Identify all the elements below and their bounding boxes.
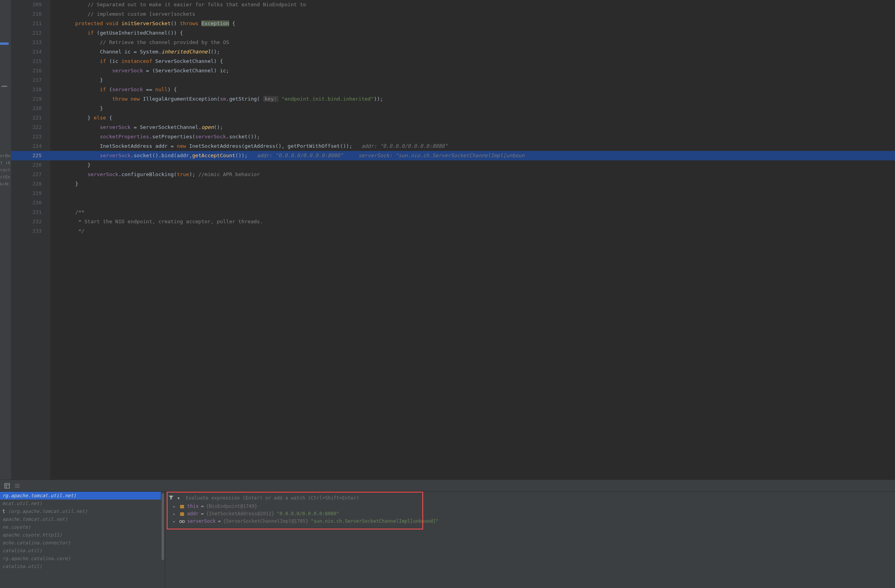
line-number[interactable]: 213 [11, 38, 42, 47]
equals-sign: = [201, 510, 204, 518]
line-number[interactable]: 224 [11, 141, 42, 151]
line-number[interactable]: 233 [11, 226, 42, 236]
code-line[interactable]: if (ic instanceof ServerSocketChannel) { [63, 57, 895, 66]
list-icon[interactable] [14, 483, 20, 489]
code-line[interactable]: /** [63, 208, 895, 217]
structure-label: † ↑AP [0, 160, 10, 167]
frame-row[interactable]: t (org.apache.tomcat.util.net) [0, 507, 165, 515]
frames-pane[interactable]: rg.apache.tomcat.util.net)mcat.util.net)… [0, 492, 165, 588]
line-number[interactable]: 221 [11, 113, 42, 123]
code-pane[interactable]: 2092102112122132142152162172182192202212… [11, 0, 895, 480]
line-number[interactable]: 230 [11, 198, 42, 208]
code-line[interactable]: } [63, 104, 895, 113]
code-line[interactable]: if (getUseInheritedChannel()) { [63, 28, 895, 38]
object-icon [179, 504, 185, 509]
svg-point-13 [182, 520, 185, 523]
variable-name: this [187, 503, 199, 510]
line-number[interactable]: 229 [11, 189, 42, 198]
line-number[interactable]: 220 [11, 104, 42, 113]
expand-arrow-icon[interactable]: ▸ [173, 503, 177, 510]
variable-value: "sun.nio.ch.ServerSocketChannelImpl[unbo… [311, 518, 438, 525]
code-line[interactable]: } [63, 179, 895, 189]
variable-type: {InetSocketAddress@2012} [206, 510, 274, 518]
line-number[interactable]: 222 [11, 123, 42, 132]
evaluate-expression-input[interactable]: Evaluate expression (Enter) or add a wat… [183, 495, 359, 501]
expand-arrow-icon[interactable]: ▸ [173, 518, 177, 525]
line-number[interactable]: 231 [11, 208, 42, 217]
line-number[interactable]: 209 [11, 0, 42, 9]
code-line[interactable] [63, 189, 895, 198]
code-line[interactable]: } else { [63, 113, 895, 123]
frame-row[interactable]: ache.catalina.connector) [0, 539, 165, 547]
line-number[interactable]: 210 [11, 9, 42, 19]
code-line[interactable]: Channel ic = System.inheritedChannel(); [63, 47, 895, 57]
code-line[interactable]: } [63, 160, 895, 170]
code-lines[interactable]: // Separated out to make it easier for f… [50, 0, 895, 480]
frame-row[interactable]: apache.tomcat.util.net) [0, 515, 165, 523]
frame-row[interactable]: mcat.util.net) [0, 500, 165, 507]
code-line[interactable]: serverSock.socket().bind(addr,getAcceptC… [63, 151, 895, 160]
chevron-down-icon[interactable]: ▾ [177, 495, 180, 501]
svg-point-12 [180, 520, 182, 523]
expand-arrow-icon[interactable]: ▸ [173, 510, 177, 518]
line-number[interactable]: 214 [11, 47, 42, 57]
code-line[interactable] [63, 198, 895, 208]
code-line[interactable]: // implement custom [server]sockets [63, 9, 895, 19]
line-number[interactable]: 219 [11, 94, 42, 104]
code-line[interactable]: * Start the NIO endpoint, creating accep… [63, 217, 895, 226]
equals-sign: = [218, 518, 221, 525]
filter-icon[interactable] [168, 495, 174, 502]
line-number[interactable]: 223 [11, 132, 42, 141]
line-number[interactable]: 227 [11, 170, 42, 179]
frames-scrollbar[interactable] [161, 492, 165, 588]
code-line[interactable]: InetSocketAddress addr = new InetSocketA… [63, 141, 895, 151]
line-number[interactable]: 232 [11, 217, 42, 226]
app-root: erBas† ↑APractEctEnck<N: 209210211212213… [0, 0, 895, 588]
code-line[interactable]: } [63, 75, 895, 85]
object-icon [179, 511, 185, 517]
frame-row[interactable]: ne.coyote) [0, 523, 165, 531]
line-number[interactable]: 215 [11, 57, 42, 66]
frame-row[interactable]: apache.coyote.http11) [0, 531, 165, 539]
code-line[interactable]: */ [63, 226, 895, 236]
variable-value: "0.0.0.0/0.0.0.0:8080" [277, 510, 339, 518]
variable-row[interactable]: ▸addr = {InetSocketAddress@2012} "0.0.0.… [168, 510, 893, 518]
gutter[interactable]: 2092102112122132142152162172182192202212… [11, 0, 50, 480]
svg-rect-0 [5, 483, 9, 488]
variable-name: serverSock [187, 518, 215, 525]
line-number[interactable]: 212 [11, 28, 42, 38]
frame-row[interactable]: catalina.util) [0, 562, 165, 570]
variable-row[interactable]: ▸serverSock = {ServerSocketChannelImpl@1… [168, 518, 893, 525]
line-number[interactable]: 228 [11, 179, 42, 189]
variables-pane[interactable]: ▾ Evaluate expression (Enter) or add a w… [165, 492, 895, 588]
structure-label: k<N: [0, 181, 10, 188]
debug-panel: rg.apache.tomcat.util.net)mcat.util.net)… [0, 480, 895, 588]
layout-icon[interactable] [4, 483, 10, 489]
code-line[interactable]: if (serverSock == null) { [63, 85, 895, 94]
structure-labels: erBas† ↑APractEctEnck<N: [0, 153, 11, 188]
debug-toolbar [0, 480, 895, 492]
line-number[interactable]: 216 [11, 66, 42, 75]
scrollbar-thumb[interactable] [162, 493, 164, 560]
variable-row[interactable]: ▸this = {NioEndpoint@1749} [168, 503, 893, 510]
line-number[interactable]: 218 [11, 85, 42, 94]
code-line[interactable]: protected void initServerSocket() throws… [63, 19, 895, 28]
code-line[interactable]: // Separated out to make it easier for f… [63, 0, 895, 9]
code-line[interactable]: // Retrieve the channel provided by the … [63, 38, 895, 47]
line-number[interactable]: 225 [11, 151, 42, 160]
scroll-marker [0, 42, 9, 45]
frame-row[interactable]: rg.apache.tomcat.util.net) [0, 492, 165, 500]
line-number[interactable]: 217 [11, 75, 42, 85]
code-line[interactable]: serverSock = ServerSocketChannel.open(); [63, 123, 895, 132]
code-line[interactable]: socketProperties.setProperties(serverSoc… [63, 132, 895, 141]
code-line[interactable]: throw new IllegalArgumentException(sm.ge… [63, 94, 895, 104]
line-number[interactable]: 226 [11, 160, 42, 170]
line-number[interactable]: 211 [11, 19, 42, 28]
minimize-icon[interactable] [2, 86, 7, 87]
frame-row[interactable]: catalina.util) [0, 547, 165, 555]
frame-row[interactable]: rg.apache.catalina.core) [0, 555, 165, 562]
editor-area: erBas† ↑APractEctEnck<N: 209210211212213… [0, 0, 895, 480]
vars-header: ▾ Evaluate expression (Enter) or add a w… [168, 493, 893, 503]
code-line[interactable]: serverSock = (ServerSocketChannel) ic; [63, 66, 895, 75]
code-line[interactable]: serverSock.configureBlocking(true); //mi… [63, 170, 895, 179]
